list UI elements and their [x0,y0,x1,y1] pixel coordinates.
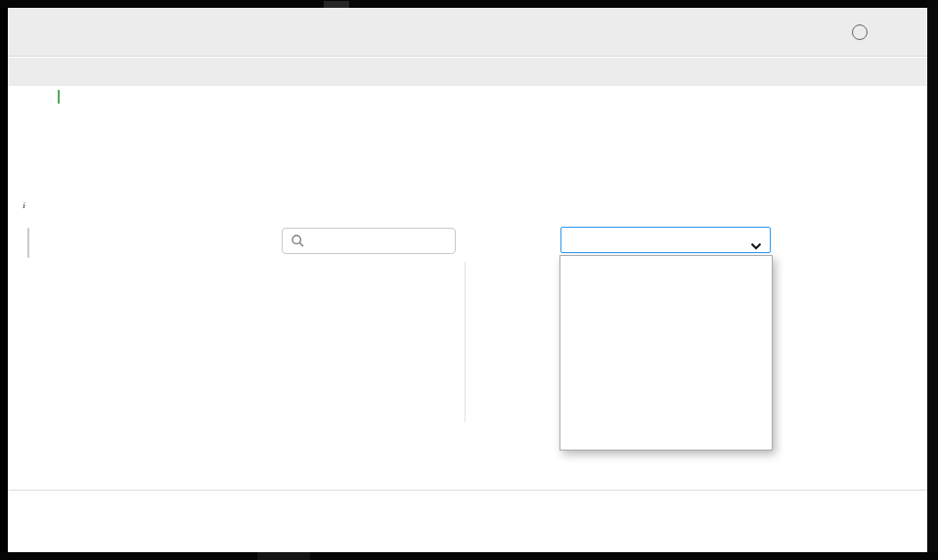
panel-divider [465,262,466,422]
editor-gutter [8,86,51,192]
chevron-down-icon [750,237,762,254]
search-icon [291,235,304,247]
info-icon: i [18,199,30,212]
dialog-header [8,8,927,57]
format-type-dropdown [559,255,773,451]
background-bottom-patch [257,552,310,560]
search-box [282,228,456,254]
screen: i [0,0,938,560]
help-button[interactable] [852,8,874,57]
operator-toolbar [27,228,29,258]
background-right-edge [927,0,938,560]
search-input[interactable] [311,234,450,249]
background-bottom-edge [0,552,938,560]
format-type-select[interactable] [560,227,771,253]
expression-editor[interactable] [8,86,927,192]
cancel-button[interactable] [702,509,799,535]
tab-bar [8,58,927,86]
info-banner: i [8,192,927,219]
help-icon [852,24,868,40]
background-menubar [0,0,938,8]
background-menu-icon [324,1,349,8]
bind-button[interactable] [812,509,909,535]
text-cursor [58,90,60,104]
footer-divider [8,490,927,491]
bind-dialog: i [8,8,927,552]
apply-format-button[interactable] [820,385,919,413]
